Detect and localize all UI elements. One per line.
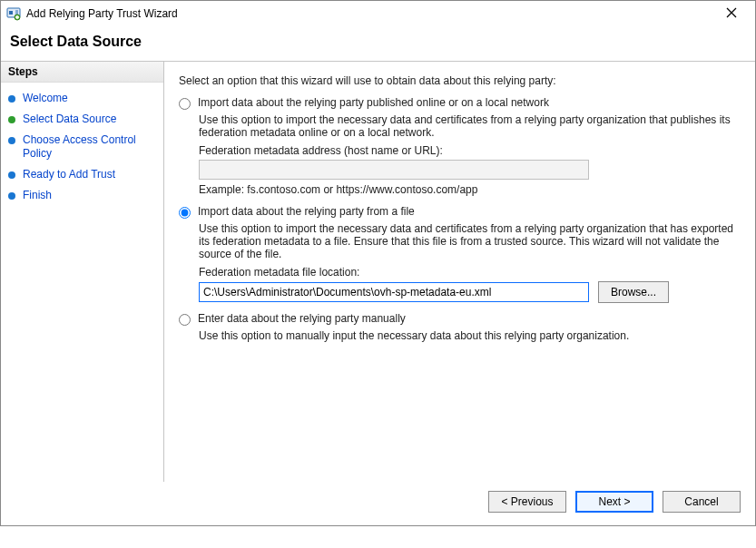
option-label: Import data about the relying party publ…	[198, 96, 549, 109]
metadata-url-input	[199, 160, 589, 180]
previous-button[interactable]: < Previous	[488, 491, 566, 513]
main-area: Steps Welcome Select Data Source Choose …	[1, 61, 755, 482]
window-title: Add Relying Party Trust Wizard	[26, 7, 713, 20]
option-import-file: Import data about the relying party from…	[179, 205, 741, 303]
bullet-icon	[8, 95, 15, 103]
option-desc: Use this option to import the necessary …	[199, 222, 741, 260]
wizard-header: Select Data Source	[1, 26, 755, 61]
metadata-file-input[interactable]	[199, 282, 589, 302]
bullet-icon	[8, 116, 15, 123]
step-label: Welcome	[23, 92, 68, 105]
svg-rect-1	[9, 11, 13, 15]
cancel-button[interactable]: Cancel	[663, 491, 741, 513]
option-label: Enter data about the relying party manua…	[198, 312, 406, 325]
option-manual: Enter data about the relying party manua…	[179, 312, 741, 342]
option-desc: Use this option to manually input the ne…	[199, 329, 741, 342]
radio-import-file[interactable]	[179, 207, 191, 219]
bullet-icon	[8, 171, 15, 179]
metadata-url-example: Example: fs.contoso.com or https://www.c…	[199, 183, 741, 196]
title-bar: Add Relying Party Trust Wizard	[1, 1, 755, 26]
app-icon	[6, 6, 21, 21]
step-welcome[interactable]: Welcome	[1, 88, 163, 109]
close-button[interactable]	[713, 3, 750, 24]
step-choose-access-control[interactable]: Choose Access Control Policy	[1, 130, 163, 164]
radio-manual[interactable]	[179, 314, 191, 326]
metadata-file-label: Federation metadata file location:	[199, 266, 741, 279]
next-button[interactable]: Next >	[575, 491, 653, 513]
option-import-online: Import data about the relying party publ…	[179, 96, 741, 196]
step-ready-to-add-trust[interactable]: Ready to Add Trust	[1, 164, 163, 185]
steps-header: Steps	[1, 62, 163, 83]
content-panel: Select an option that this wizard will u…	[164, 62, 755, 482]
step-select-data-source[interactable]: Select Data Source	[1, 109, 163, 130]
step-label: Ready to Add Trust	[23, 168, 115, 181]
browse-button[interactable]: Browse...	[598, 281, 669, 303]
bullet-icon	[8, 192, 15, 200]
step-label: Finish	[23, 189, 52, 202]
radio-import-online[interactable]	[179, 98, 191, 110]
metadata-url-label: Federation metadata address (host name o…	[199, 144, 741, 157]
instruction-text: Select an option that this wizard will u…	[179, 74, 741, 87]
steps-panel: Steps Welcome Select Data Source Choose …	[1, 62, 164, 482]
steps-list: Welcome Select Data Source Choose Access…	[1, 83, 163, 211]
step-label: Choose Access Control Policy	[23, 133, 156, 161]
step-label: Select Data Source	[23, 113, 116, 126]
option-desc: Use this option to import the necessary …	[199, 113, 741, 139]
page-title: Select Data Source	[10, 34, 746, 50]
step-finish[interactable]: Finish	[1, 185, 163, 206]
wizard-footer: < Previous Next > Cancel	[1, 482, 755, 525]
wizard-window: Add Relying Party Trust Wizard Select Da…	[0, 0, 756, 526]
close-icon	[726, 6, 737, 21]
bullet-icon	[8, 137, 15, 144]
option-label: Import data about the relying party from…	[198, 205, 415, 218]
